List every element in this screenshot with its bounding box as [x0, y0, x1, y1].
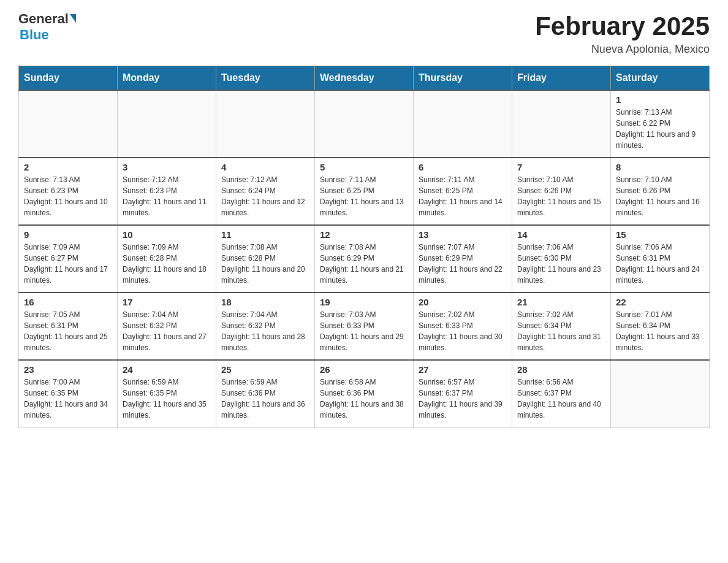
day-number: 22 [616, 297, 704, 307]
logo-general: General [18, 12, 69, 26]
day-info: Sunrise: 7:09 AMSunset: 6:28 PMDaylight:… [123, 242, 211, 286]
calendar-cell: 8Sunrise: 7:10 AMSunset: 6:26 PMDaylight… [611, 158, 710, 225]
calendar-week-3: 9Sunrise: 7:09 AMSunset: 6:27 PMDaylight… [19, 225, 710, 293]
day-info: Sunrise: 7:06 AMSunset: 6:31 PMDaylight:… [616, 242, 704, 286]
logo-blue: Blue [20, 27, 49, 43]
day-info: Sunrise: 7:10 AMSunset: 6:26 PMDaylight:… [517, 174, 605, 218]
logo-text: General [18, 12, 76, 26]
month-title: February 2025 [535, 12, 710, 40]
calendar-cell: 1Sunrise: 7:13 AMSunset: 6:22 PMDaylight… [611, 90, 710, 158]
day-number: 6 [419, 162, 507, 172]
calendar-cell: 22Sunrise: 7:01 AMSunset: 6:34 PMDayligh… [611, 293, 710, 360]
day-info: Sunrise: 6:59 AMSunset: 6:35 PMDaylight:… [123, 377, 211, 421]
day-info: Sunrise: 7:03 AMSunset: 6:33 PMDaylight:… [320, 309, 408, 353]
logo-arrow-icon [70, 14, 76, 23]
day-info: Sunrise: 7:06 AMSunset: 6:30 PMDaylight:… [517, 242, 605, 286]
calendar-cell: 4Sunrise: 7:12 AMSunset: 6:24 PMDaylight… [216, 158, 315, 225]
calendar-cell [19, 90, 118, 158]
day-number: 27 [419, 364, 507, 375]
day-number: 12 [320, 229, 408, 240]
calendar-cell [118, 90, 216, 158]
day-number: 21 [517, 297, 605, 307]
day-number: 9 [24, 229, 112, 240]
day-info: Sunrise: 7:08 AMSunset: 6:28 PMDaylight:… [221, 242, 309, 286]
day-info: Sunrise: 7:10 AMSunset: 6:26 PMDaylight:… [616, 174, 704, 218]
calendar-cell: 16Sunrise: 7:05 AMSunset: 6:31 PMDayligh… [19, 293, 118, 360]
calendar-cell [512, 90, 611, 158]
title-section: February 2025 Nueva Apolonia, Mexico [535, 12, 710, 56]
calendar-cell: 10Sunrise: 7:09 AMSunset: 6:28 PMDayligh… [118, 225, 216, 293]
day-info: Sunrise: 7:12 AMSunset: 6:24 PMDaylight:… [221, 174, 309, 218]
calendar-cell: 18Sunrise: 7:04 AMSunset: 6:32 PMDayligh… [216, 293, 315, 360]
calendar-cell: 2Sunrise: 7:13 AMSunset: 6:23 PMDaylight… [19, 158, 118, 225]
day-number: 26 [320, 364, 408, 375]
day-number: 28 [517, 364, 605, 375]
calendar-cell: 17Sunrise: 7:04 AMSunset: 6:32 PMDayligh… [118, 293, 216, 360]
calendar: SundayMondayTuesdayWednesdayThursdayFrid… [18, 66, 710, 428]
day-number: 23 [24, 364, 112, 375]
calendar-cell: 28Sunrise: 6:56 AMSunset: 6:37 PMDayligh… [512, 360, 611, 427]
calendar-cell [414, 90, 512, 158]
calendar-cell: 21Sunrise: 7:02 AMSunset: 6:34 PMDayligh… [512, 293, 611, 360]
day-info: Sunrise: 7:07 AMSunset: 6:29 PMDaylight:… [419, 242, 507, 286]
day-info: Sunrise: 7:08 AMSunset: 6:29 PMDaylight:… [320, 242, 408, 286]
calendar-cell [611, 360, 710, 427]
calendar-cell: 25Sunrise: 6:59 AMSunset: 6:36 PMDayligh… [216, 360, 315, 427]
calendar-header-tuesday: Tuesday [216, 66, 315, 91]
day-info: Sunrise: 6:57 AMSunset: 6:37 PMDaylight:… [419, 377, 507, 421]
calendar-cell: 5Sunrise: 7:11 AMSunset: 6:25 PMDaylight… [315, 158, 414, 225]
calendar-week-5: 23Sunrise: 7:00 AMSunset: 6:35 PMDayligh… [19, 360, 710, 427]
day-number: 8 [616, 162, 704, 172]
calendar-header-wednesday: Wednesday [315, 66, 414, 91]
day-info: Sunrise: 7:13 AMSunset: 6:22 PMDaylight:… [616, 107, 704, 151]
calendar-header-thursday: Thursday [414, 66, 512, 91]
logo: General Blue [18, 12, 76, 43]
day-info: Sunrise: 7:05 AMSunset: 6:31 PMDaylight:… [24, 309, 112, 353]
day-number: 17 [123, 297, 211, 307]
calendar-header-row: SundayMondayTuesdayWednesdayThursdayFrid… [19, 66, 710, 91]
calendar-cell: 20Sunrise: 7:02 AMSunset: 6:33 PMDayligh… [414, 293, 512, 360]
day-number: 16 [24, 297, 112, 307]
page-header: General Blue February 2025 Nueva Apoloni… [18, 12, 710, 56]
day-info: Sunrise: 7:09 AMSunset: 6:27 PMDaylight:… [24, 242, 112, 286]
day-info: Sunrise: 7:13 AMSunset: 6:23 PMDaylight:… [24, 174, 112, 218]
day-info: Sunrise: 7:02 AMSunset: 6:34 PMDaylight:… [517, 309, 605, 353]
calendar-cell: 26Sunrise: 6:58 AMSunset: 6:36 PMDayligh… [315, 360, 414, 427]
calendar-cell: 9Sunrise: 7:09 AMSunset: 6:27 PMDaylight… [19, 225, 118, 293]
day-info: Sunrise: 6:56 AMSunset: 6:37 PMDaylight:… [517, 377, 605, 421]
day-info: Sunrise: 6:58 AMSunset: 6:36 PMDaylight:… [320, 377, 408, 421]
calendar-cell: 23Sunrise: 7:00 AMSunset: 6:35 PMDayligh… [19, 360, 118, 427]
day-info: Sunrise: 7:04 AMSunset: 6:32 PMDaylight:… [221, 309, 309, 353]
day-info: Sunrise: 6:59 AMSunset: 6:36 PMDaylight:… [221, 377, 309, 421]
calendar-cell [216, 90, 315, 158]
day-number: 1 [616, 94, 704, 105]
calendar-cell: 6Sunrise: 7:11 AMSunset: 6:25 PMDaylight… [414, 158, 512, 225]
calendar-week-4: 16Sunrise: 7:05 AMSunset: 6:31 PMDayligh… [19, 293, 710, 360]
calendar-cell: 12Sunrise: 7:08 AMSunset: 6:29 PMDayligh… [315, 225, 414, 293]
day-number: 20 [419, 297, 507, 307]
calendar-cell: 27Sunrise: 6:57 AMSunset: 6:37 PMDayligh… [414, 360, 512, 427]
calendar-week-2: 2Sunrise: 7:13 AMSunset: 6:23 PMDaylight… [19, 158, 710, 225]
day-number: 10 [123, 229, 211, 240]
day-info: Sunrise: 7:11 AMSunset: 6:25 PMDaylight:… [320, 174, 408, 218]
day-info: Sunrise: 7:04 AMSunset: 6:32 PMDaylight:… [123, 309, 211, 353]
day-number: 11 [221, 229, 309, 240]
calendar-cell: 7Sunrise: 7:10 AMSunset: 6:26 PMDaylight… [512, 158, 611, 225]
day-number: 18 [221, 297, 309, 307]
day-number: 14 [517, 229, 605, 240]
calendar-week-1: 1Sunrise: 7:13 AMSunset: 6:22 PMDaylight… [19, 90, 710, 158]
calendar-cell: 15Sunrise: 7:06 AMSunset: 6:31 PMDayligh… [611, 225, 710, 293]
calendar-cell: 13Sunrise: 7:07 AMSunset: 6:29 PMDayligh… [414, 225, 512, 293]
calendar-cell [315, 90, 414, 158]
day-info: Sunrise: 7:00 AMSunset: 6:35 PMDaylight:… [24, 377, 112, 421]
day-info: Sunrise: 7:11 AMSunset: 6:25 PMDaylight:… [419, 174, 507, 218]
calendar-cell: 14Sunrise: 7:06 AMSunset: 6:30 PMDayligh… [512, 225, 611, 293]
day-number: 2 [24, 162, 112, 172]
day-number: 19 [320, 297, 408, 307]
day-number: 7 [517, 162, 605, 172]
day-info: Sunrise: 7:02 AMSunset: 6:33 PMDaylight:… [419, 309, 507, 353]
location: Nueva Apolonia, Mexico [535, 43, 710, 56]
day-number: 24 [123, 364, 211, 375]
day-number: 5 [320, 162, 408, 172]
calendar-header-saturday: Saturday [611, 66, 710, 91]
